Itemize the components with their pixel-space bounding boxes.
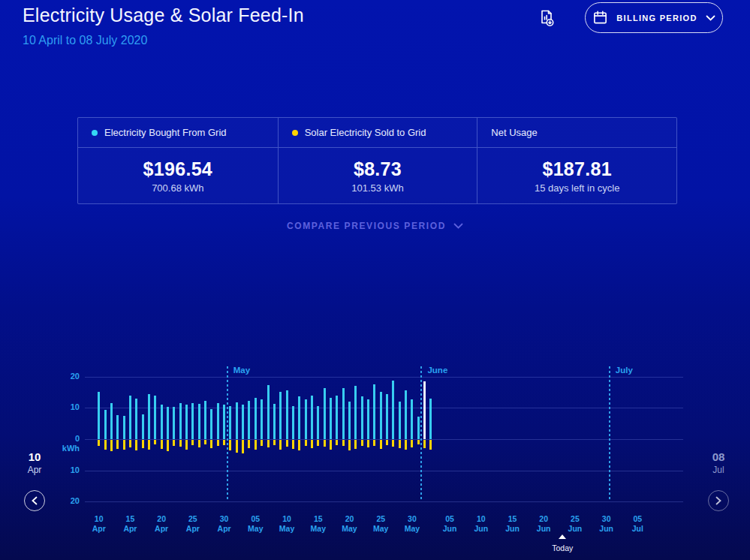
solar-bar[interactable]: [273, 440, 276, 445]
solar-bar[interactable]: [167, 440, 169, 451]
usage-bar[interactable]: [116, 415, 119, 439]
usage-bar[interactable]: [386, 394, 388, 439]
solar-bar[interactable]: [135, 440, 137, 450]
solar-bar[interactable]: [110, 440, 113, 451]
usage-bar[interactable]: [380, 392, 382, 439]
solar-bar[interactable]: [411, 440, 413, 447]
usage-bar[interactable]: [191, 403, 194, 439]
solar-bar[interactable]: [330, 440, 332, 450]
usage-bar[interactable]: [399, 402, 401, 439]
solar-bar[interactable]: [217, 440, 219, 446]
usage-bar[interactable]: [354, 386, 357, 439]
solar-bar[interactable]: [292, 440, 294, 449]
solar-bar[interactable]: [116, 440, 119, 449]
usage-bar[interactable]: [104, 410, 107, 439]
usage-bar[interactable]: [286, 390, 288, 439]
solar-bar[interactable]: [229, 440, 231, 450]
solar-bar[interactable]: [286, 440, 288, 447]
usage-bar[interactable]: [423, 381, 426, 439]
solar-bar[interactable]: [242, 440, 244, 453]
solar-bar[interactable]: [148, 440, 150, 450]
usage-bar[interactable]: [229, 406, 231, 439]
usage-bar[interactable]: [248, 401, 250, 439]
solar-bar[interactable]: [373, 440, 375, 446]
usage-bar[interactable]: [298, 396, 300, 439]
solar-bar[interactable]: [361, 440, 363, 446]
usage-bar[interactable]: [367, 399, 369, 439]
usage-bar[interactable]: [98, 392, 100, 439]
usage-bar[interactable]: [392, 381, 394, 439]
solar-bar[interactable]: [255, 440, 257, 450]
usage-bar[interactable]: [154, 396, 156, 439]
solar-bar[interactable]: [173, 440, 175, 446]
solar-bar[interactable]: [423, 440, 426, 448]
solar-bar[interactable]: [405, 440, 407, 450]
solar-bar[interactable]: [336, 440, 338, 445]
solar-bar[interactable]: [298, 440, 300, 450]
usage-bar[interactable]: [361, 396, 363, 439]
solar-bar[interactable]: [311, 440, 313, 448]
usage-bar[interactable]: [348, 402, 351, 439]
solar-bar[interactable]: [236, 440, 238, 453]
usage-bar[interactable]: [185, 405, 188, 439]
usage-bar[interactable]: [342, 388, 345, 439]
usage-bar[interactable]: [135, 399, 137, 439]
usage-bar[interactable]: [148, 394, 150, 439]
solar-bar[interactable]: [267, 440, 270, 447]
usage-bar[interactable]: [273, 404, 276, 439]
usage-bar[interactable]: [292, 406, 294, 439]
usage-bar[interactable]: [255, 398, 257, 439]
usage-bar[interactable]: [261, 399, 263, 439]
solar-bar[interactable]: [305, 440, 307, 446]
solar-bar[interactable]: [417, 440, 420, 444]
usage-bar[interactable]: [236, 402, 238, 439]
solar-bar[interactable]: [204, 440, 206, 444]
usage-bar[interactable]: [198, 404, 200, 439]
usage-bar[interactable]: [223, 405, 225, 439]
usage-bar[interactable]: [204, 401, 206, 439]
usage-bar[interactable]: [405, 390, 407, 439]
solar-bar[interactable]: [279, 440, 282, 450]
usage-bar[interactable]: [129, 396, 131, 439]
usage-bar[interactable]: [305, 399, 307, 439]
solar-bar[interactable]: [429, 440, 432, 450]
usage-bar[interactable]: [217, 403, 219, 439]
solar-bar[interactable]: [348, 440, 351, 450]
usage-bar[interactable]: [267, 385, 270, 439]
usage-bar[interactable]: [429, 399, 432, 439]
solar-bar[interactable]: [261, 440, 263, 446]
solar-bar[interactable]: [223, 440, 225, 445]
usage-bar[interactable]: [324, 388, 326, 439]
solar-bar[interactable]: [191, 440, 194, 445]
solar-bar[interactable]: [367, 440, 369, 447]
solar-bar[interactable]: [98, 440, 100, 446]
usage-bar[interactable]: [279, 392, 282, 439]
usage-bar[interactable]: [330, 398, 332, 439]
solar-bar[interactable]: [154, 440, 156, 444]
solar-bar[interactable]: [354, 440, 357, 449]
usage-bar[interactable]: [110, 403, 113, 439]
solar-bar[interactable]: [342, 440, 345, 446]
solar-bar[interactable]: [198, 440, 200, 447]
solar-bar[interactable]: [248, 440, 250, 448]
solar-bar[interactable]: [324, 440, 326, 447]
usage-bar[interactable]: [336, 396, 338, 439]
usage-bar[interactable]: [317, 406, 319, 439]
solar-bar[interactable]: [210, 440, 212, 448]
usage-bar[interactable]: [179, 403, 182, 439]
solar-bar[interactable]: [399, 440, 401, 448]
solar-bar[interactable]: [392, 440, 394, 447]
solar-bar[interactable]: [161, 440, 163, 449]
solar-bar[interactable]: [185, 440, 188, 450]
solar-bar[interactable]: [104, 440, 107, 450]
solar-bar[interactable]: [179, 440, 182, 447]
scroll-left-button[interactable]: [24, 490, 45, 511]
scroll-right-button[interactable]: [708, 490, 729, 511]
usage-bar[interactable]: [411, 399, 413, 439]
usage-bar[interactable]: [167, 407, 169, 439]
usage-bar[interactable]: [417, 417, 420, 439]
solar-bar[interactable]: [142, 440, 144, 448]
solar-bar[interactable]: [386, 440, 388, 445]
usage-bar[interactable]: [242, 405, 244, 439]
usage-bar[interactable]: [123, 416, 125, 439]
